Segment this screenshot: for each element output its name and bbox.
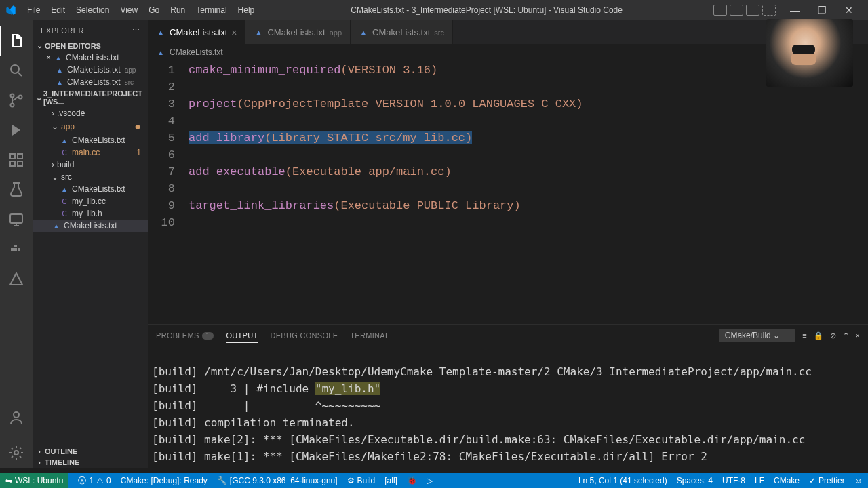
open-editor-item[interactable]: ×▲CMakeLists.txt <box>33 52 148 64</box>
modified-dot-icon: ● <box>134 121 141 133</box>
activity-search[interactable] <box>0 56 33 85</box>
activity-test[interactable] <box>0 175 33 205</box>
activity-run-debug[interactable] <box>0 115 33 145</box>
output-line: [build] | ^~~~~~~~~~ <box>152 397 864 414</box>
file-main-cc[interactable]: Cmain.cc1 <box>33 146 148 159</box>
maximize-button[interactable]: ❐ <box>808 1 835 20</box>
activity-cmake[interactable] <box>0 264 33 294</box>
file-root-cml[interactable]: ▲CMakeLists.txt <box>33 220 148 232</box>
minimize-button[interactable]: — <box>781 1 808 20</box>
lock-icon[interactable]: 🔒 <box>814 331 823 340</box>
list-icon[interactable]: ≡ <box>802 331 806 340</box>
cmake-icon: ▲ <box>54 53 63 62</box>
close-icon[interactable]: × <box>231 27 237 38</box>
open-editors-header[interactable]: ⌄OPEN EDITORS <box>33 40 148 52</box>
open-editor-item[interactable]: ▲CMakeLists.txtapp <box>33 64 148 76</box>
tab-cmakelists-src[interactable]: ▲CMakeLists.txtsrc <box>351 20 453 44</box>
status-encoding[interactable]: UTF-8 <box>722 476 745 485</box>
menu-help[interactable]: Help <box>233 3 260 18</box>
file-label: CMakeLists.txt <box>67 65 121 75</box>
panel-tab-output[interactable]: OUTPUT <box>226 329 258 343</box>
status-target[interactable]: [all] <box>384 476 397 485</box>
open-editor-item[interactable]: ▲CMakeLists.txtsrc <box>33 76 148 88</box>
file-mylib-h[interactable]: Cmy_lib.h <box>33 207 148 220</box>
svg-point-2 <box>11 104 14 107</box>
panel-tab-terminal[interactable]: TERMINAL <box>350 329 389 342</box>
menu-terminal[interactable]: Terminal <box>191 3 232 18</box>
activity-explorer[interactable] <box>0 26 33 56</box>
toggle-secondary-icon[interactable] <box>746 5 760 16</box>
output-line: [build] /mnt/c/Users/Jan/Desktop/UdemyCm… <box>152 363 864 380</box>
output-channel-select[interactable]: CMake/Build ⌄ <box>719 329 795 342</box>
breadcrumb-file: CMakeLists.txt <box>170 47 223 57</box>
status-eol[interactable]: LF <box>755 476 764 485</box>
status-remote[interactable]: ⇋WSL: Ubuntu <box>0 473 68 488</box>
toggle-panel-icon[interactable] <box>730 5 743 16</box>
status-kit[interactable]: 🔧[GCC 9.3.0 x86_64-linux-gnu] <box>217 476 338 485</box>
menu-view[interactable]: View <box>115 3 143 18</box>
svg-point-3 <box>19 96 22 99</box>
cmake-icon: ▲ <box>359 28 368 37</box>
menu-selection[interactable]: Selection <box>71 3 115 18</box>
status-cursor[interactable]: Ln 5, Col 1 (41 selected) <box>578 476 667 485</box>
folder-build[interactable]: ›build <box>33 159 148 171</box>
activity-account[interactable] <box>0 403 33 432</box>
menu-run[interactable]: Run <box>165 3 191 18</box>
tab-cmakelists-root[interactable]: ▲CMakeLists.txt× <box>148 20 245 44</box>
code-token: cmake_minimum_required <box>189 64 340 77</box>
svg-point-14 <box>14 451 18 455</box>
cmake-icon: ▲ <box>55 77 64 87</box>
menu-edit[interactable]: Edit <box>45 3 71 18</box>
webcam-overlay <box>766 19 853 87</box>
activity-source-control[interactable] <box>0 85 33 115</box>
status-debug-icon[interactable]: 🐞 <box>407 476 417 485</box>
activity-extensions[interactable] <box>0 145 33 175</box>
svg-rect-4 <box>10 154 15 159</box>
file-mylib-cc[interactable]: Cmy_lib.cc <box>33 195 148 207</box>
maximize-panel-icon[interactable]: ⌃ <box>843 331 849 340</box>
svg-point-13 <box>14 412 19 418</box>
activity-docker[interactable] <box>0 235 33 264</box>
status-feedback-icon[interactable]: ☺ <box>854 476 863 485</box>
clear-icon[interactable]: ⊘ <box>830 331 836 340</box>
breadcrumb[interactable]: ▲CMakeLists.txt <box>148 44 868 60</box>
close-icon[interactable]: × <box>46 53 51 62</box>
file-label: CMakeLists.txt <box>72 184 125 194</box>
status-prettier[interactable]: ✓Prettier <box>809 476 845 485</box>
folder-src[interactable]: ⌄src <box>33 171 148 183</box>
folder-app[interactable]: ⌄app● <box>33 119 148 134</box>
activity-remote[interactable] <box>0 205 33 235</box>
panel-tab-problems[interactable]: PROBLEMS1 <box>156 329 214 342</box>
timeline-header[interactable]: ›TIMELINE <box>33 457 148 468</box>
wrench-icon: 🔧 <box>217 476 227 485</box>
menu-go[interactable]: Go <box>143 3 165 18</box>
outline-header[interactable]: ›OUTLINE <box>33 446 148 457</box>
project-header[interactable]: ⌄3_INTERMEDIATEPROJECT [WS... <box>33 88 148 107</box>
panel-tab-debug-console[interactable]: DEBUG CONSOLE <box>270 329 338 342</box>
status-spaces[interactable]: Spaces: 4 <box>677 476 713 485</box>
cmake-icon: ▲ <box>60 136 69 145</box>
close-panel-icon[interactable]: × <box>856 331 860 340</box>
toggle-sidebar-icon[interactable] <box>713 5 727 16</box>
folder-label: app <box>61 122 75 131</box>
code-content[interactable]: cmake_minimum_required(VERSION 3.16) pro… <box>189 60 868 324</box>
status-build[interactable]: ⚙Build <box>347 476 376 485</box>
output-line: [build] make[2]: *** [CMakeFiles/Executa… <box>152 431 864 448</box>
status-language[interactable]: CMake <box>774 476 800 485</box>
status-problems[interactable]: ⓧ1⚠0 <box>78 475 111 487</box>
tab-cmakelists-app[interactable]: ▲CMakeLists.txtapp <box>245 20 351 44</box>
folder-vscode[interactable]: ›.vscode <box>33 107 148 119</box>
close-button[interactable]: ✕ <box>835 1 863 20</box>
status-cmake[interactable]: CMake: [Debug]: Ready <box>121 476 208 485</box>
more-icon[interactable]: ⋯ <box>132 26 140 35</box>
activity-settings[interactable] <box>0 438 33 468</box>
status-launch-icon[interactable]: ▷ <box>427 476 433 485</box>
output-body[interactable]: [build] /mnt/c/Users/Jan/Desktop/UdemyCm… <box>148 346 868 468</box>
customize-layout-icon[interactable] <box>762 5 776 16</box>
file-src-cml[interactable]: ▲CMakeLists.txt <box>33 183 148 195</box>
file-app-cml[interactable]: ▲CMakeLists.txt <box>33 134 148 146</box>
code-editor[interactable]: 12345678910 cmake_minimum_required(VERSI… <box>148 60 868 324</box>
error-icon: ⓧ <box>78 475 86 487</box>
svg-rect-9 <box>11 248 14 251</box>
menu-file[interactable]: File <box>22 3 45 18</box>
